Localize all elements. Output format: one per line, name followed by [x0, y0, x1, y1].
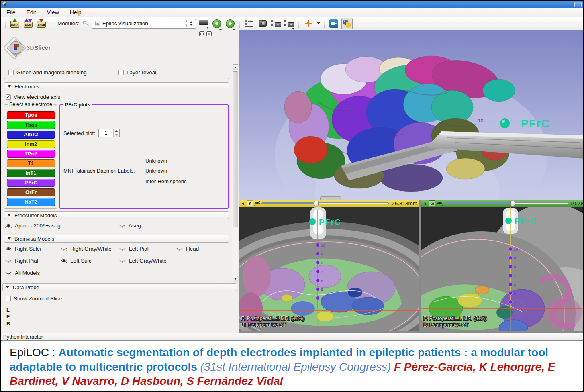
electrode-button-tpo2[interactable]: TPo2	[7, 150, 55, 158]
left-sulci-visibility-toggle[interactable]	[60, 258, 67, 263]
threed-view[interactable]: 10 PFrC	[239, 30, 584, 200]
right-pial-label: Right Pial	[15, 258, 38, 264]
brainvisa-section-header[interactable]: Brainvisa Models	[4, 235, 229, 243]
minimize-button[interactable]: –	[574, 2, 582, 7]
module-back-button[interactable]	[211, 18, 223, 29]
module-icon	[95, 21, 100, 26]
green-slice-slider[interactable]	[444, 201, 569, 206]
menu-edit[interactable]: Edit	[27, 9, 36, 16]
module-scroll-area: Green and magenta blending Layer reveal …	[1, 64, 239, 282]
svg-text:6: 6	[514, 282, 516, 287]
green-slider-handle[interactable]	[510, 201, 515, 206]
load-data-icon: DATA	[10, 19, 20, 28]
green-visibility-icon[interactable]	[437, 201, 443, 206]
window-titlebar: –	[1, 1, 583, 8]
module-selector-combobox[interactable]: Epiloc visualization	[92, 19, 196, 29]
green-slice-view[interactable]: PFrC 10 9 8 7 6 5 4 F: Postoperati...1 M…	[421, 207, 584, 331]
load-dicom-button[interactable]: DCM	[22, 18, 34, 29]
extensions-button[interactable]	[328, 18, 339, 29]
menu-file[interactable]: File	[6, 9, 16, 16]
mni-caption: MNI Talairach Daemon Labels:	[63, 168, 135, 174]
crosshair-button[interactable]	[303, 18, 314, 29]
panel-scrollbar[interactable]: ▲ ▼	[232, 64, 238, 282]
spin-down-icon[interactable]	[114, 133, 119, 137]
right-pial-visibility-toggle[interactable]	[5, 258, 12, 263]
yellow-slice-view[interactable]: PFrC 10 9 8 7 6 5 4 F: Postoperati...1 M…	[239, 207, 419, 331]
electrode-button-tbas[interactable]: Tbas	[7, 121, 55, 129]
aseg-visibility-toggle[interactable]	[118, 223, 126, 228]
yellow-slice-slider[interactable]	[261, 201, 389, 206]
toolbar-separator	[51, 19, 51, 28]
collapse-triangle-icon	[8, 237, 11, 240]
selected-plot-spinbox[interactable]: 1	[98, 129, 120, 137]
electrode-button-orfr[interactable]: OrFr	[7, 188, 55, 196]
display-groupbox: Green and magenta blending Layer reveal	[4, 64, 229, 79]
yellow-view-letter: Y	[247, 200, 253, 206]
green-magenta-blending-checkbox[interactable]	[8, 70, 14, 75]
svg-text:10: 10	[321, 243, 325, 247]
left-pial-visibility-toggle[interactable]	[119, 246, 126, 251]
python-interactor-button[interactable]	[341, 18, 353, 29]
electrodes-section-header[interactable]: Electrodes	[4, 82, 229, 90]
left-pial-label: Left Pial	[129, 246, 149, 252]
yellow-pin-button[interactable]: ◂	[240, 201, 245, 206]
green-electrode-label: PFrC	[515, 217, 537, 226]
pfrc-plots-groupbox: PFrC plots Selected plot: 1 Unknown MNI …	[59, 104, 229, 209]
data-probe-section-header[interactable]: Data Probe	[2, 283, 237, 291]
electrode-button-amt2[interactable]: AmT2	[7, 131, 55, 139]
module-history-button[interactable]	[198, 18, 209, 29]
scrollbar-down-icon[interactable]: ▼	[233, 276, 238, 282]
panel-float-button[interactable]	[199, 31, 204, 36]
freesurfer-section-header[interactable]: Freesurfer Models	[4, 211, 229, 219]
right-graywhite-visibility-toggle[interactable]	[60, 246, 67, 251]
select-electrode-groupbox: Select an electrode Tpos Tbas AmT2 Inm2 …	[4, 104, 57, 209]
menu-help[interactable]: Help	[70, 9, 82, 16]
electrode-button-t1[interactable]: T1	[7, 159, 55, 167]
head-visibility-toggle[interactable]	[176, 246, 183, 251]
scrollbar-up-icon[interactable]: ▲	[233, 64, 238, 70]
load-data-button[interactable]: DATA	[9, 18, 20, 29]
menu-view[interactable]: View	[47, 9, 59, 16]
aparc-visibility-toggle[interactable]	[5, 223, 12, 228]
module-forward-button[interactable]	[225, 18, 236, 29]
yellow-slider-handle[interactable]	[314, 201, 319, 206]
electrode-button-hat2[interactable]: HaT2	[7, 198, 55, 206]
svg-text:10: 10	[514, 247, 518, 251]
yellow-visibility-icon[interactable]	[254, 201, 260, 206]
layout-selector-button[interactable]	[244, 18, 255, 29]
green-pin-button[interactable]: ◂	[422, 201, 428, 206]
scene-view-capture-button[interactable]	[270, 18, 282, 29]
electrode-button-pfrc[interactable]: PFrC	[7, 179, 55, 187]
back-arrow-icon	[212, 19, 221, 28]
left-graywhite-visibility-toggle[interactable]	[119, 258, 126, 263]
view-electrode-axis-checkbox[interactable]	[6, 94, 11, 100]
green-slice-bar: ◂ G 10.78	[421, 200, 584, 207]
electrode-button-int1[interactable]: InT1	[7, 169, 55, 177]
panel-close-button[interactable]: ×	[206, 31, 212, 36]
scrollbar-thumb[interactable]	[233, 71, 238, 227]
green-electrode-marker	[505, 218, 512, 224]
electrode-button-inm2[interactable]: Inm2	[7, 140, 55, 148]
right-graywhite-label: Right Gray/White	[70, 246, 112, 252]
toolbar-separator	[239, 19, 240, 28]
scene-view-restore-button[interactable]	[284, 18, 295, 29]
save-icon: SAVE	[37, 19, 46, 28]
crosshair-dropdown-icon[interactable]	[317, 22, 320, 24]
layout-icon	[245, 20, 253, 27]
all-models-visibility-toggle[interactable]	[5, 270, 12, 276]
show-zoomed-slice-checkbox[interactable]	[6, 296, 11, 301]
save-button[interactable]: SAVE	[36, 18, 47, 29]
electrode-button-tpos[interactable]: Tpos	[7, 111, 55, 119]
yellow-electrode-label: PFrC	[319, 218, 341, 227]
yellow-slice-bar: ◂ Y -26.313mm	[239, 200, 419, 207]
slicer-window: – File Edit View Help DATA DCM SAVE Modu…	[0, 0, 584, 392]
right-sulci-visibility-toggle[interactable]	[5, 246, 12, 251]
spin-up-icon[interactable]	[114, 129, 119, 133]
module-search-icon[interactable]	[82, 20, 89, 27]
screenshot-button[interactable]	[257, 18, 268, 29]
python-interactor-bar[interactable]: Python Interactor	[1, 333, 583, 341]
combobox-arrows-icon[interactable]	[189, 21, 194, 26]
left-graywhite-label: Left Gray/White	[129, 258, 167, 264]
selected-plot-value: 1	[99, 129, 113, 137]
layer-reveal-checkbox[interactable]	[118, 70, 124, 75]
